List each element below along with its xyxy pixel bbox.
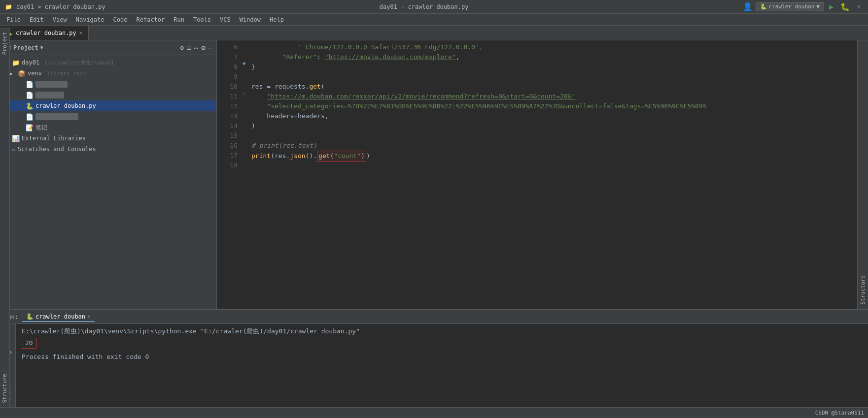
fn-print: print (251, 151, 271, 161)
code-paren-close-17: ) (366, 151, 370, 161)
code-comma-13: , (325, 111, 329, 121)
menu-window[interactable]: Window (236, 15, 265, 24)
run-button[interactable]: ▶ (827, 1, 835, 12)
menu-view[interactable]: View (49, 15, 71, 24)
code-paren-17: ( (271, 151, 275, 161)
comment-print: # print(res.text) (251, 141, 317, 151)
code-line-11: "https://m.douban.com/rexxar/api/v2/movi… (247, 92, 857, 101)
top-right-buttons: 👤 🐍 crawler douban ▼ ▶ 🐛 ⚡ (743, 1, 863, 12)
line-num-8: 8 (217, 62, 238, 72)
settings-icon[interactable]: ⚙ (201, 44, 205, 52)
expand-icon[interactable]: ⋯ (194, 44, 198, 52)
venv-label: venv (28, 70, 42, 77)
code-eq2: = (294, 111, 298, 121)
var-res: res (251, 82, 263, 92)
menu-refactor[interactable]: Refactor (132, 15, 169, 24)
code-line-18 (247, 161, 857, 171)
menu-code[interactable]: Code (109, 15, 132, 24)
run-tab-crawler-douban[interactable]: 🐍 crawler douban ✕ (22, 312, 95, 322)
line-num-10: 10 (217, 82, 238, 92)
project-tree: ▼ 📁 day01 E:\crawler(爬虫)\day01 ▶ 📦 venv … (0, 55, 216, 309)
menu-navigate[interactable]: Navigate (72, 15, 108, 24)
tree-root-day01[interactable]: ▼ 📁 day01 E:\crawler(爬虫)\day01 (0, 57, 216, 68)
menu-help[interactable]: Help (266, 15, 288, 24)
fn-get-17: get (318, 152, 330, 160)
scratches-icon: ✏ (12, 146, 16, 153)
run-tab-bar: Run: 🐍 crawler douban ✕ (0, 310, 868, 324)
bottom-panel: Run: 🐍 crawler douban ✕ ▶ ↑ 🔧 ↓ ■ ≡ 🖨 🗑 … (0, 309, 868, 407)
line-num-11: 11 (217, 92, 238, 101)
menu-tools[interactable]: Tools (189, 15, 215, 24)
run-tab-icon: 🐍 (26, 313, 34, 320)
code-line-6: ' Chrome/122.0.0.0 Safari/537.36 Edg/122… (247, 42, 857, 52)
debug-button[interactable]: 🐛 (838, 1, 852, 12)
run-command-line: E:\crawler(爬虫)\day01\venv\Scripts\python… (22, 327, 862, 336)
line-num-18: 18 (217, 161, 238, 170)
locate-icon[interactable]: ⊕ (180, 44, 184, 52)
code-paren-close: ) (251, 121, 255, 131)
run-config-button[interactable]: 🐍 crawler douban ▼ (756, 2, 824, 11)
scratches-label: Scratches and Consoles (18, 146, 96, 153)
folder-icon: 📁 (12, 59, 20, 66)
editor-area: 6 7 8 9 10 11 12 13 14 15 16 17 18 ◆ (217, 40, 857, 309)
minimize-icon[interactable]: − (208, 44, 212, 52)
line-num-12: 12 (217, 101, 238, 111)
editor-tab-crawler-douban[interactable]: 🐍 crawler douban.py ✕ (0, 26, 89, 40)
structure-vertical-tab[interactable]: Structure (0, 370, 9, 407)
dropdown-icon: ▼ (40, 45, 43, 50)
tree-file-crawler-douban[interactable]: 🐍 crawler douban.py (0, 100, 216, 111)
run-tab-label: crawler douban (35, 313, 85, 320)
code-empty-paren: () (306, 151, 313, 161)
menu-edit[interactable]: Edit (26, 15, 48, 24)
note-icon: 📝 (26, 124, 34, 131)
dropdown-icon: ▼ (816, 3, 820, 10)
fn-get: get (309, 82, 320, 92)
right-panel: Structure (857, 40, 868, 309)
line-num-9: 9 (217, 72, 238, 82)
str-url1: "https://m.douban.com/rexxar/api/v2/movi… (267, 92, 575, 101)
tree-file-3[interactable]: 📄 ■■■ ■■■■■■■■ (0, 111, 216, 122)
coverage-button[interactable]: ⚡ (855, 1, 863, 12)
code-indent-11 (251, 92, 267, 101)
line-num-14: 14 (217, 121, 238, 131)
run-exit-line: Process finished with exit code 0 (22, 353, 862, 361)
code-colon: : (317, 52, 325, 62)
tree-scratches-consoles[interactable]: ▶ ✏ Scratches and Consoles (0, 144, 216, 155)
code-editor[interactable]: ' Chrome/122.0.0.0 Safari/537.36 Edg/122… (247, 40, 857, 309)
root-path: E:\crawler(爬虫)\day01 (44, 59, 114, 66)
notes-label: 笔记 (35, 124, 47, 132)
str-referer-key: "Referer" (282, 52, 317, 62)
menu-vcs[interactable]: VCS (216, 15, 235, 24)
project-vertical-tab[interactable]: Project (0, 28, 9, 59)
code-line-15 (247, 131, 857, 141)
tab-close-button[interactable]: ✕ (79, 30, 83, 36)
tree-venv[interactable]: ▶ 📦 venv library root (0, 68, 216, 79)
tree-external-libraries[interactable]: ▶ 📊 External Libraries (0, 133, 216, 144)
run-output: E:\crawler(爬虫)\day01\venv\Scripts\python… (16, 324, 868, 407)
root-label: day01 (22, 59, 39, 66)
menu-file[interactable]: File (2, 15, 25, 24)
run-result-line: 20 (22, 338, 862, 349)
code-indent-13 (251, 111, 267, 121)
code-line-7: "Referer": "https://movie.douban.com/exp… (247, 52, 857, 62)
fn-get-highlighted: get("count") (317, 151, 366, 161)
command-text: E:\crawler(爬虫)\day01\venv\Scripts\python… (22, 327, 360, 335)
code-line-9 (247, 72, 857, 82)
tree-file-1[interactable]: 📄 ■■ ■■■ ■■ (0, 79, 216, 90)
str-chrome: ' Chrome/122.0.0.0 Safari/537.36 Edg/122… (251, 42, 483, 52)
menu-run[interactable]: Run (170, 15, 188, 24)
str-url2: "selected_categories=%7B%22%E7%B1%BB%E5%… (267, 101, 706, 111)
var-res-17: res (275, 151, 286, 161)
expand-arrow: ▶ (10, 71, 16, 76)
sidebar: 📁 Project ▼ ⊕ ≡ ⋯ ⚙ − ▼ 📁 day01 (0, 40, 217, 309)
tree-file-notes[interactable]: 📝 笔记 (0, 122, 216, 133)
run-tab-close[interactable]: ✕ (87, 313, 91, 320)
collapse-icon[interactable]: ≡ (187, 44, 191, 52)
code-dot-17b: . (313, 151, 317, 161)
gutter: ◆ △ (242, 40, 247, 309)
str-referer-val: "https://movie.douban.com/explore" (325, 52, 456, 62)
structure-tab[interactable]: Structure (858, 271, 868, 309)
code-paren-17c: ) (361, 152, 365, 160)
breadcrumb-text: day01 > crawler douban.py (16, 3, 105, 10)
tree-file-2[interactable]: 📄 ■■■ ■■■■ (0, 90, 216, 100)
